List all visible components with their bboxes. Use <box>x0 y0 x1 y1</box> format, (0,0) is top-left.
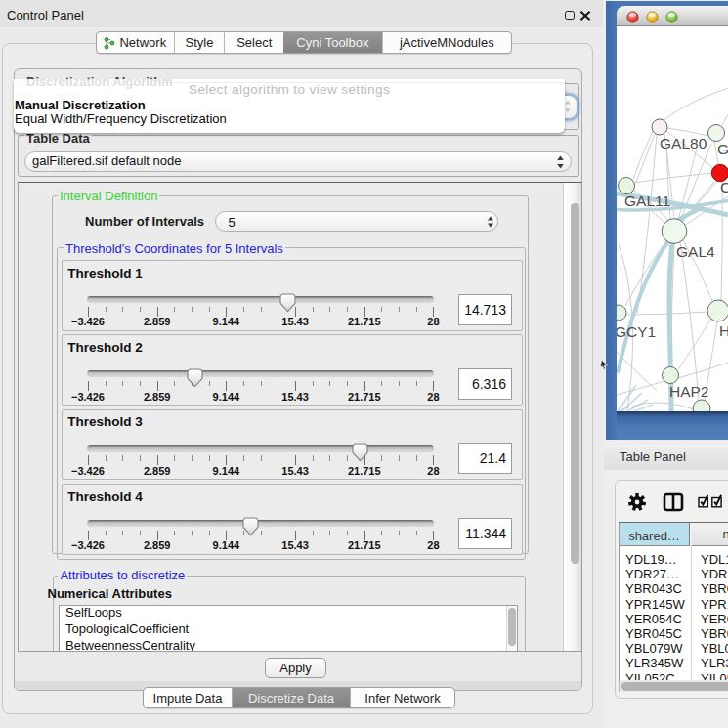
svg-text:H: H <box>719 322 728 339</box>
svg-text:C: C <box>720 179 728 195</box>
svg-text:GCY1: GCY1 <box>617 323 656 340</box>
svg-text:GAL80: GAL80 <box>660 135 707 151</box>
svg-text:GA: GA <box>717 141 728 157</box>
svg-text:GAL4: GAL4 <box>676 243 715 260</box>
svg-text:GAL11: GAL11 <box>624 193 670 209</box>
svg-text:HAP2: HAP2 <box>669 383 709 400</box>
